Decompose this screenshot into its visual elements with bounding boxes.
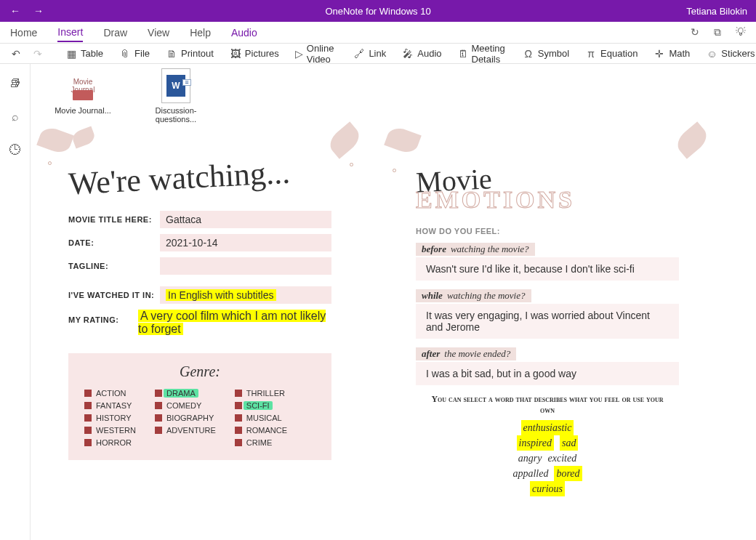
word-inspired[interactable]: inspired [517, 435, 554, 451]
question-while: whilewatching the movie? [416, 289, 531, 302]
checkbox-icon [235, 390, 242, 397]
genre-crime[interactable]: CRIME [235, 438, 287, 447]
insert-printout[interactable]: 🗎Printout [166, 48, 214, 60]
genre-horror[interactable]: HORROR [84, 438, 136, 447]
checkbox-icon [155, 414, 162, 422]
sync-icon[interactable]: ↻ [691, 26, 699, 39]
insert-link[interactable]: 🔗︎Link [353, 48, 386, 60]
insert-stickers[interactable]: ☺Stickers [706, 48, 755, 60]
recent-icon[interactable]: 🕒︎ [9, 144, 21, 157]
label-date: DATE: [68, 238, 160, 247]
checkbox-icon [155, 402, 162, 409]
word-bored[interactable]: bored [554, 466, 582, 481]
user-name[interactable]: Tetiana Bilokin [686, 6, 756, 17]
answer-while[interactable]: It was very engaging, I was worried abou… [416, 304, 679, 339]
insert-online-video[interactable]: ▷Online Video [295, 43, 338, 65]
word-enthusiastic[interactable]: enthusiastic [521, 420, 574, 435]
value-title[interactable]: Gattaca [160, 211, 331, 228]
genre-adventure[interactable]: ADVENTURE [155, 426, 216, 435]
checkbox-icon [84, 414, 92, 422]
page-emotions[interactable]: Movie EMOTIONS HOW DO YOU FEEL: beforewa… [391, 134, 704, 511]
left-sidebar: 📚︎ ⌕ 🕒︎ [0, 64, 31, 540]
genre-action[interactable]: ACTION [84, 389, 136, 398]
attachment-thumb: Movie Journal [68, 68, 97, 103]
value-tagline[interactable] [160, 257, 331, 275]
redo-button[interactable]: ↷ [32, 48, 44, 60]
insert-table[interactable]: ▦Table [65, 48, 103, 60]
calendar-icon: 🗓︎ [458, 48, 468, 60]
genre-biography[interactable]: BIOGRAPHY [155, 414, 216, 422]
notebooks-icon[interactable]: 📚︎ [9, 77, 21, 90]
word-appalled[interactable]: appalled [512, 466, 548, 481]
genre-columns: ACTIONFANTASYHISTORYWESTERNHORRORDRAMACO… [84, 389, 315, 447]
genre-title: Genre: [84, 363, 315, 380]
checkbox-icon [235, 427, 242, 434]
genre-western[interactable]: WESTERN [84, 426, 136, 435]
search-icon[interactable]: ⌕ [12, 110, 19, 124]
word-angry[interactable]: angry [518, 451, 542, 466]
attachment-label: Discussion-questions... [147, 106, 205, 124]
value-rating[interactable]: A very cool film which I am not likely t… [138, 310, 326, 335]
checkbox-icon [235, 402, 242, 409]
symbol-icon: Ω [523, 48, 534, 60]
insert-file[interactable]: 📎︎File [119, 48, 150, 60]
value-date[interactable]: 2021-10-14 [160, 234, 331, 251]
insert-symbol[interactable]: ΩSymbol [523, 48, 569, 60]
checkbox-icon [155, 390, 162, 397]
genre-drama[interactable]: DRAMA [155, 389, 216, 398]
label-tagline: TAGLINE: [68, 262, 160, 270]
insert-pictures[interactable]: 🖼︎Pictures [230, 48, 279, 60]
checkbox-icon [235, 439, 242, 446]
undo-button[interactable]: ↶ [10, 48, 22, 60]
tab-home[interactable]: Home [10, 24, 37, 41]
value-watched[interactable]: In English with subtitles [160, 286, 331, 304]
checkbox-icon [84, 439, 92, 446]
table-icon: ▦ [65, 48, 77, 60]
label-watched: I'VE WATCHED IT IN: [68, 291, 160, 299]
word-curious[interactable]: curious [530, 481, 565, 496]
sticker-icon: ☺ [706, 48, 717, 60]
genre-fantasy[interactable]: FANTASY [84, 401, 136, 410]
lightbulb-icon[interactable]: 💡︎ [736, 26, 746, 39]
feel-label: HOW DO YOU FEEL: [416, 227, 679, 235]
app-title: OneNote for Windows 10 [325, 6, 430, 17]
forward-button[interactable]: → [33, 5, 44, 17]
insert-math[interactable]: ✛Math [654, 48, 690, 60]
genre-romance[interactable]: ROMANCE [235, 426, 287, 435]
genre-musical[interactable]: MUSICAL [235, 414, 287, 422]
tab-audio[interactable]: Audio [231, 24, 257, 41]
insert-audio[interactable]: 🎤︎Audio [402, 48, 441, 60]
question-before: beforewatching the movie? [416, 243, 535, 256]
genre-sci-fi[interactable]: SCI-FI [235, 401, 287, 410]
video-icon: ▷ [295, 48, 303, 60]
pictures-icon: 🖼︎ [230, 48, 241, 60]
fullscreen-icon[interactable]: ⧉ [714, 26, 721, 39]
label-title: MOVIE TITLE HERE: [68, 215, 160, 224]
genre-comedy[interactable]: COMEDY [155, 401, 216, 410]
ribbon: ↶ ↷ ▦Table 📎︎File 🗎Printout 🖼︎Pictures ▷… [0, 44, 756, 64]
tab-view[interactable]: View [148, 24, 169, 41]
answer-after[interactable]: I was a bit sad, but in a good way [416, 362, 679, 385]
tab-draw[interactable]: Draw [103, 24, 127, 41]
math-icon: ✛ [654, 48, 665, 60]
page-watching[interactable]: We're watching... MOVIE TITLE HERE: Gatt… [44, 134, 356, 475]
page-heading: We're watching... [68, 155, 332, 201]
word-sad[interactable]: sad [560, 435, 578, 451]
tab-help[interactable]: Help [190, 24, 211, 41]
word-excited[interactable]: excited [548, 451, 577, 466]
genre-thriller[interactable]: THRILLER [235, 389, 287, 398]
select-note: You can select a word that describes wha… [429, 394, 666, 416]
insert-meeting[interactable]: 🗓︎Meeting Details [458, 43, 507, 65]
printout-icon: 🗎 [166, 48, 177, 60]
tab-insert[interactable]: Insert [57, 23, 83, 42]
checkbox-icon [84, 390, 92, 397]
emotion-words[interactable]: enthusiasticinspiredsadangryexcitedappal… [416, 420, 679, 496]
attachment-discussion-questions[interactable]: W Discussion-questions... [147, 68, 205, 124]
checkbox-icon [84, 402, 92, 409]
attachment-movie-journal[interactable]: Movie Journal Movie Journal... [54, 68, 112, 124]
canvas[interactable]: Movie Journal Movie Journal... W Discuss… [31, 64, 756, 540]
genre-history[interactable]: HISTORY [84, 414, 136, 422]
back-button[interactable]: ← [10, 5, 20, 17]
insert-equation[interactable]: πEquation [585, 48, 638, 60]
answer-before[interactable]: Wasn't sure I'd like it, because I don't… [416, 257, 679, 281]
